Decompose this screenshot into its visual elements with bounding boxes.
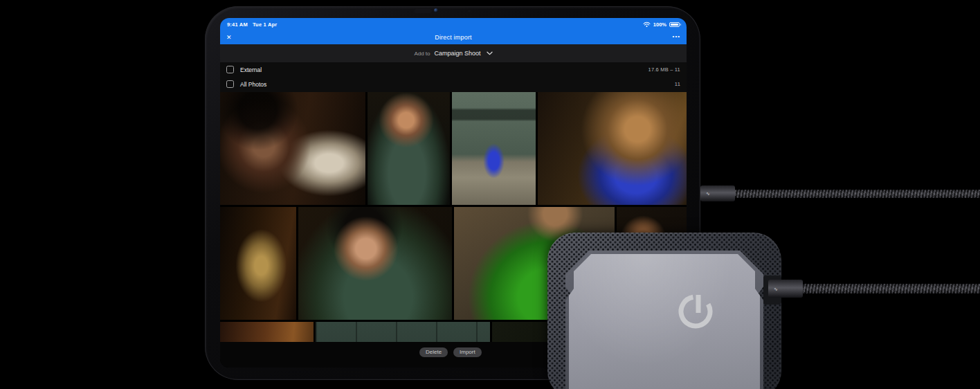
- external-ssd-drive: [547, 233, 781, 389]
- source-name: External: [240, 66, 262, 73]
- more-menu-icon[interactable]: •••: [673, 34, 680, 39]
- scene: 9:41 AM Tue 1 Apr 100% ✕ Direct import •…: [0, 0, 980, 389]
- add-to-selector[interactable]: Add to Campaign Shoot: [220, 44, 687, 62]
- photo-thumbnail[interactable]: [298, 207, 452, 320]
- source-meta: 11: [675, 81, 680, 87]
- photo-thumbnail[interactable]: [368, 92, 450, 205]
- front-camera-icon: [434, 8, 438, 12]
- usb-connector-drive: ∿: [768, 280, 803, 298]
- external-checkbox[interactable]: [226, 66, 234, 73]
- source-meta: 17.6 MB – 11: [648, 66, 680, 73]
- usb-cable-to-drive: [799, 284, 980, 293]
- all-photos-checkbox[interactable]: [226, 80, 234, 88]
- page-title: Direct import: [220, 34, 687, 41]
- cable-logo-icon: ∿: [774, 287, 778, 291]
- add-to-value: Campaign Shoot: [435, 50, 481, 57]
- status-right: 100%: [643, 21, 680, 28]
- photo-thumbnail[interactable]: [452, 92, 536, 205]
- source-row-external[interactable]: External 17.6 MB – 11: [220, 62, 687, 77]
- import-button[interactable]: Import: [453, 347, 482, 357]
- source-list: External 17.6 MB – 11 All Photos 11: [220, 62, 687, 92]
- g-drive-logo-icon: [675, 291, 716, 332]
- chevron-down-icon: [487, 51, 493, 55]
- sensor-dot: [468, 10, 471, 12]
- battery-percent: 100%: [653, 21, 666, 28]
- wifi-icon: [643, 21, 651, 28]
- cable-logo-icon: ∿: [706, 191, 710, 196]
- battery-icon: [669, 22, 680, 27]
- photo-thumbnail[interactable]: [220, 92, 365, 205]
- app-bar: ✕ Direct import •••: [220, 30, 687, 44]
- add-to-label: Add to: [414, 51, 430, 57]
- status-time: 9:41 AM: [227, 21, 248, 28]
- source-name: All Photos: [240, 81, 266, 88]
- status-bar: 9:41 AM Tue 1 Apr 100%: [220, 18, 687, 30]
- source-row-all-photos[interactable]: All Photos 11: [220, 77, 687, 91]
- delete-button[interactable]: Delete: [419, 347, 448, 357]
- status-left: 9:41 AM Tue 1 Apr: [227, 21, 277, 28]
- photo-thumbnail[interactable]: [492, 322, 550, 342]
- photo-thumbnail[interactable]: [316, 322, 490, 342]
- photo-thumbnail[interactable]: [220, 207, 296, 320]
- photo-thumbnail[interactable]: [220, 322, 314, 342]
- front-camera-housing: [414, 9, 432, 13]
- photo-thumbnail[interactable]: [538, 92, 687, 205]
- drive-metal-plate: [569, 254, 760, 389]
- usb-cable-to-ipad: [732, 190, 980, 198]
- usb-connector-ipad: ∿: [700, 186, 735, 201]
- status-date: Tue 1 Apr: [253, 21, 278, 28]
